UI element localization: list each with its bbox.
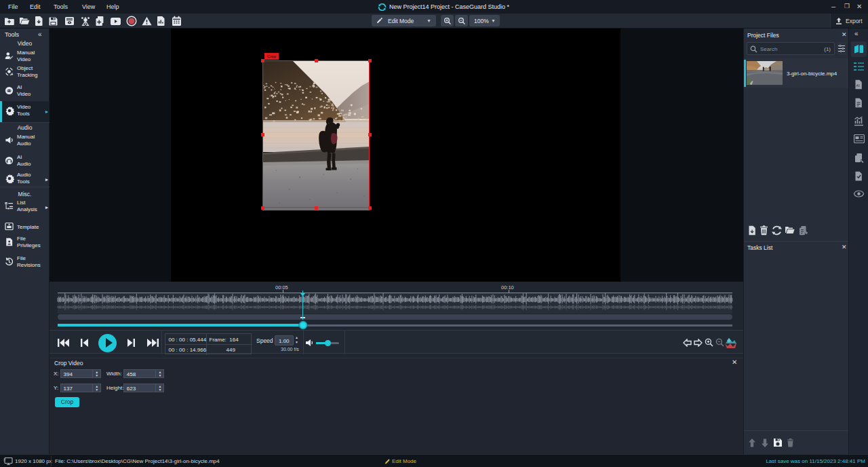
- svg-text:AI: AI: [856, 83, 861, 88]
